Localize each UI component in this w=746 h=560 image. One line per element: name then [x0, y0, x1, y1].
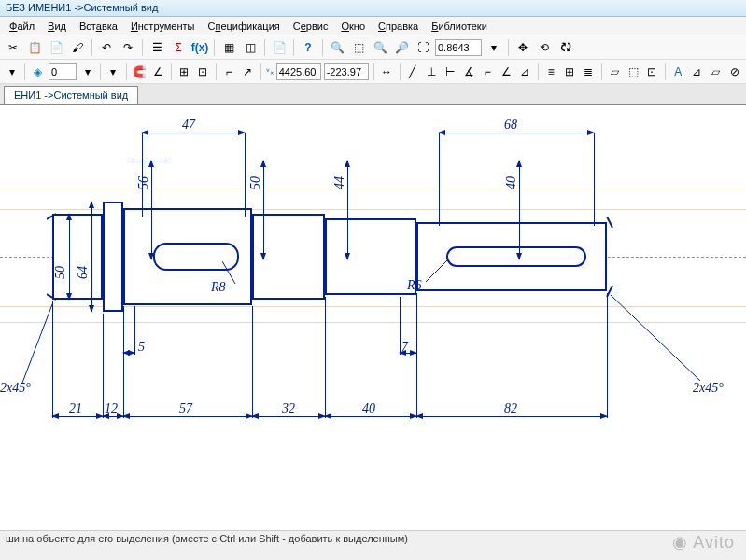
- dim-7-icon[interactable]: ⊿: [517, 63, 533, 81]
- menu-file[interactable]: ФФайлайл: [4, 19, 40, 33]
- dim-6-icon[interactable]: ∠: [499, 63, 514, 81]
- text-2-icon[interactable]: ⊞: [562, 63, 578, 81]
- dim-68: 68: [504, 118, 517, 133]
- menu-service[interactable]: Сервис: [288, 19, 334, 33]
- dim-32: 32: [282, 401, 295, 416]
- dim-40-len: 40: [362, 401, 375, 416]
- paste-icon[interactable]: 📄: [47, 38, 65, 57]
- text-3-icon[interactable]: ≣: [581, 63, 597, 81]
- dim-5-icon[interactable]: ⌐: [480, 63, 496, 81]
- properties-icon[interactable]: ☰: [148, 38, 166, 57]
- svg-line-7: [611, 295, 700, 381]
- x-coord-input[interactable]: [276, 63, 321, 80]
- menu-tools[interactable]: Инструменты: [125, 19, 201, 33]
- ortho-icon[interactable]: ⌐: [221, 63, 237, 81]
- titlebar: БЕЗ ИМЕНИ1 ->Системный вид: [0, 0, 746, 17]
- chamfer-right: [601, 217, 614, 297]
- text-1-icon[interactable]: ≡: [543, 63, 559, 81]
- dropdown-icon[interactable]: ▾: [485, 38, 503, 57]
- snap-tool-icon[interactable]: ⊡: [195, 63, 211, 81]
- copy-icon[interactable]: 📋: [25, 38, 44, 57]
- dim-4-icon[interactable]: ∡: [461, 63, 477, 81]
- tab-document[interactable]: ЕНИ1 ->Системный вид: [4, 86, 138, 104]
- dropdown-2-icon[interactable]: ▾: [79, 63, 95, 81]
- dim-linear-icon[interactable]: ↔: [379, 63, 395, 81]
- dim-3-icon[interactable]: ⊢: [443, 63, 458, 81]
- status-text: ши на объекте для его выделения (вместе …: [6, 533, 408, 544]
- toolbar-2: ▾ ◈ ▾ ▾ 🧲 ∠ ⊞ ⊡ ⌐ ↗ ᵛₓ ↔ ╱ ⊥ ⊢ ∡ ⌐ ∠ ⊿ ≡…: [0, 60, 746, 84]
- dim-82: 82: [504, 401, 517, 416]
- cut-icon[interactable]: ✂: [4, 38, 22, 57]
- dim-57: 57: [179, 401, 192, 416]
- menu-spec[interactable]: Спецификация: [202, 19, 285, 33]
- zoom-window-icon[interactable]: ⬚: [349, 38, 368, 57]
- zoom-level-input[interactable]: [435, 39, 482, 56]
- magnet-icon[interactable]: 🧲: [132, 63, 148, 81]
- coord-label: ᵛₓ: [266, 66, 274, 77]
- annot-1-icon[interactable]: A: [670, 63, 686, 81]
- brush-icon[interactable]: 🖌: [68, 38, 87, 57]
- dim-1-icon[interactable]: ╱: [404, 63, 420, 81]
- drawing-canvas[interactable]: 47 68 56 50 44 40 50 64 R8 R6 21 12 57 3…: [0, 105, 746, 543]
- grid-tool-icon[interactable]: ⊞: [176, 63, 192, 81]
- rotate-icon[interactable]: ⟲: [535, 38, 554, 57]
- title-text: БЕЗ ИМЕНИ1 ->Системный вид: [6, 2, 158, 13]
- layer-icon[interactable]: ◫: [241, 38, 260, 57]
- grid-icon[interactable]: ▦: [219, 38, 238, 57]
- dim-5: 5: [138, 340, 145, 355]
- dim-21: 21: [69, 401, 82, 416]
- annot-3-icon[interactable]: ▱: [708, 63, 724, 81]
- zoom-icon[interactable]: 🔍: [371, 38, 389, 57]
- shaft-section-1: [52, 214, 103, 300]
- document-icon[interactable]: 📄: [270, 38, 289, 57]
- zoom-fit-icon[interactable]: ⛶: [414, 38, 432, 57]
- dim-44: 44: [332, 176, 347, 189]
- layer-tool-icon[interactable]: ◈: [30, 63, 46, 81]
- dim-56: 56: [136, 176, 151, 189]
- help-icon[interactable]: ?: [299, 38, 317, 57]
- chamfer-left: [47, 208, 60, 305]
- svg-line-6: [22, 304, 52, 383]
- toolbar-1: ✂ 📋 📄 🖌 ↶ ↷ ☰ Σ f(x) ▦ ◫ 📄 ? 🔍 ⬚ 🔍 🔎 ⛶ ▾…: [0, 35, 746, 60]
- dropdown-1-icon[interactable]: ▾: [4, 63, 20, 81]
- shaft-flange: [103, 202, 123, 312]
- svg-line-0: [47, 214, 56, 219]
- menu-libs[interactable]: Библиотеки: [426, 19, 493, 33]
- dim-50a: 50: [248, 176, 263, 189]
- surf-3-icon[interactable]: ⊡: [644, 63, 660, 81]
- coord-icon[interactable]: ↗: [240, 63, 256, 81]
- menu-insert[interactable]: Вставка: [74, 19, 123, 33]
- shaft-section-4: [325, 218, 416, 295]
- dim-2-icon[interactable]: ⊥: [424, 63, 440, 81]
- svg-line-1: [47, 294, 56, 300]
- svg-line-4: [222, 261, 235, 284]
- dim-40: 40: [504, 176, 519, 189]
- line-tool-icon[interactable]: ∠: [150, 63, 166, 81]
- tabbar: ЕНИ1 ->Системный вид: [0, 84, 746, 105]
- menubar: ФФайлайл Вид Вставка Инструменты Специфи…: [0, 17, 746, 35]
- statusbar: ши на объекте для его выделения (вместе …: [0, 530, 746, 547]
- annot-4-icon[interactable]: ⊘: [726, 63, 742, 81]
- refresh-icon[interactable]: 🗘: [556, 38, 575, 57]
- dropdown-3-icon[interactable]: ▾: [106, 63, 121, 81]
- undo-icon[interactable]: ↶: [97, 38, 116, 57]
- surf-1-icon[interactable]: ▱: [607, 63, 623, 81]
- scale-input[interactable]: [49, 63, 77, 80]
- pan-icon[interactable]: ✥: [514, 38, 532, 57]
- menu-help[interactable]: Справка: [373, 19, 424, 33]
- zoom-out-icon[interactable]: 🔎: [392, 38, 411, 57]
- redo-icon[interactable]: ↷: [119, 38, 137, 57]
- dim-47: 47: [182, 118, 195, 133]
- menu-window[interactable]: Окно: [335, 19, 371, 33]
- zoom-in-icon[interactable]: 🔍: [328, 38, 346, 57]
- sigma-icon[interactable]: Σ: [169, 38, 188, 57]
- y-coord-input[interactable]: [324, 63, 369, 80]
- fx-icon[interactable]: f(x): [190, 38, 209, 57]
- menu-view[interactable]: Вид: [42, 19, 72, 33]
- annot-2-icon[interactable]: ⊿: [689, 63, 705, 81]
- svg-line-5: [426, 259, 448, 282]
- svg-line-2: [607, 217, 612, 228]
- surf-2-icon[interactable]: ⬚: [626, 63, 641, 81]
